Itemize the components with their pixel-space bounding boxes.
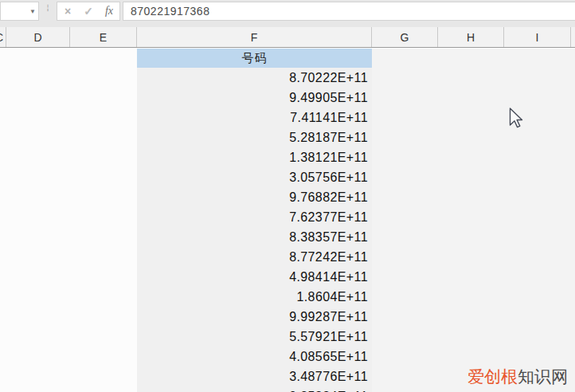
watermark: 爱创根知识网 [467, 366, 568, 388]
column-header-f[interactable]: F [137, 27, 372, 47]
column-header-i[interactable]: I [504, 27, 571, 47]
column-header-g[interactable]: G [372, 27, 438, 47]
name-box[interactable]: ▼ [0, 2, 39, 21]
column-header-partial[interactable]: C [0, 27, 6, 47]
cell[interactable]: 3.05756E+11 [137, 167, 372, 187]
header-cell-number[interactable]: 号码 [137, 49, 372, 68]
grip-dots-icon: ⁞ [45, 5, 51, 19]
formula-toolbar: ▼ ⁞ × ✓ fx 870221917368 [0, 0, 575, 27]
formula-cancel-button[interactable]: × [59, 2, 76, 20]
cell[interactable]: 8.38357E+11 [137, 227, 372, 247]
insert-function-button[interactable]: fx [100, 2, 118, 20]
cell[interactable]: 7.62377E+11 [137, 207, 372, 227]
chevron-down-icon[interactable]: ▼ [27, 2, 38, 20]
column-header-overflow [571, 27, 575, 47]
formula-bar-input[interactable]: 870221917368 [123, 2, 575, 21]
cell[interactable]: 3.48776E+11 [137, 367, 372, 386]
close-icon: × [65, 5, 71, 18]
column-header-d[interactable]: D [6, 27, 70, 47]
cell[interactable]: 7.41141E+11 [137, 108, 372, 127]
watermark-highlight: 爱创根 [467, 367, 518, 386]
f-column-rows: 8.70222E+119.49905E+117.41141E+115.28187… [137, 68, 372, 392]
column-header-h[interactable]: H [438, 27, 504, 47]
cell[interactable]: 5.57921E+11 [137, 327, 372, 347]
cell[interactable]: 5.28187E+11 [137, 127, 372, 147]
sheet-region-right[interactable] [372, 49, 575, 392]
fx-icon: fx [105, 5, 113, 18]
cell[interactable]: 1.38121E+11 [137, 147, 372, 167]
watermark-rest: 知识网 [518, 367, 568, 386]
formula-enter-button[interactable]: ✓ [80, 2, 97, 20]
cell[interactable]: 8.77242E+11 [137, 247, 372, 267]
mouse-cursor-icon [509, 108, 525, 131]
column-f-data: 号码 8.70222E+119.49905E+117.41141E+115.28… [137, 49, 372, 392]
cell[interactable]: 9.25384E+11 [137, 386, 372, 392]
cell[interactable]: 1.8604E+11 [137, 287, 372, 307]
cell[interactable]: 4.98414E+11 [137, 267, 372, 287]
column-header-e[interactable]: E [70, 27, 137, 47]
formula-button-group: × ✓ fx [57, 2, 120, 21]
cell[interactable]: 9.49905E+11 [137, 88, 372, 108]
cell[interactable]: 4.08565E+11 [137, 347, 372, 367]
check-icon: ✓ [84, 5, 93, 18]
cell[interactable]: 9.76882E+11 [137, 187, 372, 207]
column-header-row: C D E F G H I [0, 27, 575, 48]
sheet-grid: 号码 8.70222E+119.49905E+117.41141E+115.28… [0, 49, 575, 392]
cell[interactable]: 8.70222E+11 [137, 68, 372, 88]
cell[interactable]: 9.99287E+11 [137, 307, 372, 327]
